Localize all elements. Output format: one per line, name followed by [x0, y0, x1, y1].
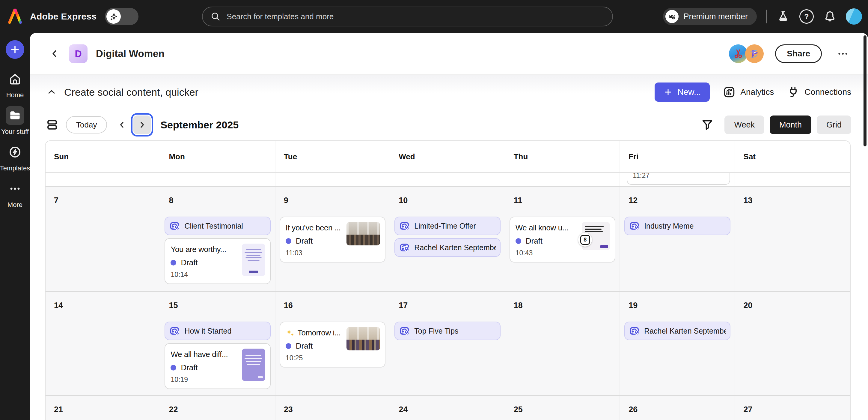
calendar-cell[interactable] [505, 173, 620, 186]
list-view-icon[interactable] [45, 118, 59, 132]
draft-card[interactable]: You are worthy... Draft 10:14 [164, 238, 270, 284]
draft-card[interactable]: We all know u... Draft 10:43 [509, 217, 615, 262]
help-glyph: ? [804, 12, 809, 21]
tab-month[interactable]: Month [770, 115, 811, 134]
calendar-cell-25[interactable]: 25 [505, 396, 620, 420]
content-idea-icon [169, 221, 180, 231]
event-title: You are worthy... [170, 245, 240, 254]
chevron-right-icon [137, 120, 147, 129]
calendar-cell-18[interactable]: 18 [505, 292, 620, 395]
collaborator-avatar[interactable] [729, 45, 747, 63]
labs-flask-icon[interactable] [776, 9, 791, 24]
date-number: 13 [744, 196, 846, 205]
tab-week[interactable]: Week [724, 115, 764, 134]
idea-label: How it Started [184, 327, 231, 335]
sparkles-emoji [286, 329, 294, 337]
collapse-section-button[interactable] [45, 86, 58, 98]
idea-pill[interactable]: Client Testimonial [164, 217, 270, 235]
date-number: 21 [54, 405, 156, 414]
calendar-cell-9[interactable]: 9 If you’ve been ... Draft 11:03 [275, 187, 390, 291]
help-icon[interactable]: ? [799, 9, 814, 24]
sidebar-item-more[interactable]: More [6, 179, 24, 209]
collaborator-avatar[interactable] [745, 45, 764, 63]
calendar-cell[interactable] [45, 173, 160, 186]
new-button[interactable]: New... [655, 83, 710, 102]
sidebar-item-home[interactable]: Home [6, 69, 24, 99]
calendar-cell-17[interactable]: 17 Top Five Tips [390, 292, 505, 395]
search-input[interactable] [226, 12, 604, 22]
date-number: 15 [169, 301, 270, 310]
draft-card-clipped[interactable]: 11:27 [627, 173, 730, 185]
search-bar[interactable] [202, 7, 613, 26]
calendar-cell-13[interactable]: 13 [735, 187, 850, 291]
create-new-button[interactable] [6, 40, 24, 59]
plus-icon [663, 88, 673, 96]
content-idea-icon [399, 221, 410, 231]
calendar-cell[interactable] [735, 173, 850, 186]
day-header: Wed [390, 141, 505, 172]
previous-month-button[interactable] [114, 116, 130, 134]
calendar-cell[interactable] [275, 173, 390, 186]
scrollbar-thumb[interactable] [864, 35, 867, 146]
calendar-cell-24[interactable]: 24 [390, 396, 505, 420]
status-label: Draft [296, 236, 313, 246]
calendar-cell[interactable] [390, 173, 505, 186]
sidebar-item-your-stuff[interactable]: Your stuff [1, 106, 29, 136]
status-dot [170, 260, 176, 265]
app-shell: Home Your stuff Template [0, 33, 868, 420]
brand[interactable]: Adobe Express [6, 8, 96, 25]
idea-pill[interactable]: Limited-Time Offer [395, 217, 500, 235]
calendar-cell-20[interactable]: 20 [735, 292, 850, 395]
carousel-count-badge: 8 [578, 233, 592, 247]
connections-label: Connections [804, 87, 851, 97]
folder-icon [6, 106, 24, 125]
calendar-cell[interactable] [160, 173, 275, 186]
analytics-button[interactable]: Analytics [723, 86, 774, 99]
idea-pill[interactable]: Industry Meme [624, 217, 730, 235]
tab-grid[interactable]: Grid [817, 115, 851, 134]
calendar-cell-27[interactable]: 27 [735, 396, 850, 420]
calendar-cell-14[interactable]: 14 [45, 292, 160, 395]
idea-pill[interactable]: Top Five Tips [395, 321, 500, 340]
calendar-cell-23[interactable]: 23 [275, 396, 390, 420]
idea-label: Top Five Tips [414, 327, 458, 335]
calendar-cell-12[interactable]: 12 Industry Meme [620, 187, 735, 291]
date-number: 9 [284, 196, 385, 205]
calendar-cell-10[interactable]: 10 Limited-Time Offer Rachel Karten Sept… [390, 187, 505, 291]
beta-toggle[interactable] [105, 8, 138, 25]
calendar-cell-11[interactable]: 11 We all know u... Draft 10:43 [505, 187, 620, 291]
calendar-cell-15[interactable]: 15 How it Started We all have diff... Dr… [160, 292, 275, 395]
idea-label: Limited-Time Offer [414, 222, 476, 230]
share-button[interactable]: Share [775, 45, 822, 63]
calendar-cell-16[interactable]: 16 Tomorrow i... Draft [275, 292, 390, 395]
today-button[interactable]: Today [66, 116, 107, 134]
filter-icon[interactable] [700, 117, 715, 132]
calendar-cell-19[interactable]: 19 Rachel Karten Septembe... [620, 292, 735, 395]
idea-pill[interactable]: Rachel Karten Septembe... [395, 238, 500, 257]
more-options-button[interactable] [834, 45, 851, 62]
calendar-cell-7[interactable]: 7 [45, 187, 160, 291]
draft-card[interactable]: Tomorrow i... Draft 10:25 [280, 321, 385, 367]
draft-card[interactable]: We all have diff... Draft 10:19 [164, 343, 270, 389]
date-number: 27 [744, 405, 846, 414]
draft-card[interactable]: If you’ve been ... Draft 11:03 [280, 217, 385, 262]
event-time: 10:25 [286, 354, 379, 362]
premium-member-badge[interactable]: Premium member [663, 8, 757, 25]
user-avatar[interactable] [846, 8, 862, 25]
calendar-cell-21[interactable]: 21 [45, 396, 160, 420]
calendar-cell[interactable]: 11:27 [620, 173, 735, 186]
calendar-cell-26[interactable]: 26 [620, 396, 735, 420]
sidebar-item-templates[interactable]: Templates [0, 143, 30, 172]
status-label: Draft [181, 363, 197, 372]
notifications-bell-icon[interactable] [823, 9, 837, 24]
idea-pill[interactable]: How it Started [164, 321, 270, 340]
calendar-cell-8[interactable]: 8 Client Testimonial You are worthy... D… [160, 187, 275, 291]
project-avatar: D [69, 45, 88, 63]
date-number: 16 [284, 301, 385, 310]
back-button[interactable] [48, 47, 61, 60]
share-label: Share [787, 49, 810, 58]
idea-pill[interactable]: Rachel Karten Septembe... [624, 321, 730, 340]
connections-button[interactable]: Connections [787, 86, 851, 99]
calendar-cell-22[interactable]: 22 [160, 396, 275, 420]
next-month-button[interactable] [133, 115, 151, 134]
